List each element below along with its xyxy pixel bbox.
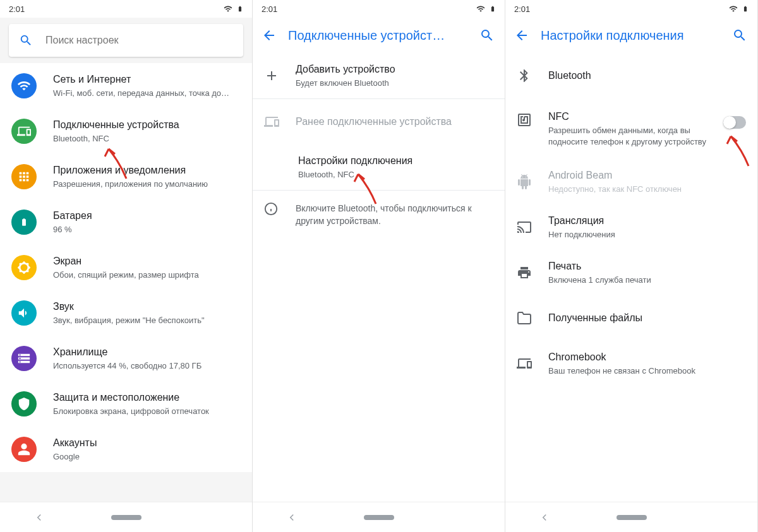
print-icon: [517, 265, 532, 280]
nav-back-icon[interactable]: [286, 512, 298, 523]
item-sub: Ваш телефон не связан с Chromebook: [548, 365, 746, 377]
item-printing[interactable]: Печать Включена 1 служба печати: [505, 250, 757, 295]
item-title: Chromebook: [548, 350, 746, 364]
item-sub: 96 %: [53, 224, 241, 235]
item-sound[interactable]: Звук Звук, вибрация, режим "Не беспокоит…: [0, 290, 252, 336]
search-button[interactable]: [727, 23, 752, 48]
security-icon: [11, 391, 37, 417]
item-previously-connected[interactable]: Ранее подключенные устройства: [253, 99, 505, 145]
item-title: Защита и местоположение: [53, 391, 241, 405]
item-connected-devices[interactable]: Подключенные устройства Bluetooth, NFC: [0, 109, 252, 154]
item-title: Хранилище: [53, 345, 241, 359]
item-title: Добавить устройство: [296, 62, 493, 76]
item-received-files[interactable]: Полученные файлы: [505, 295, 757, 341]
screen-connection-prefs: 2:01 Настройки подключения Bluetooth: [505, 0, 758, 532]
sound-icon: [11, 300, 37, 326]
account-icon: [11, 437, 37, 462]
nav-back-icon[interactable]: [33, 512, 45, 523]
item-security[interactable]: Защита и местоположение Блокировка экран…: [0, 381, 252, 427]
item-sub: Будет включен Bluetooth: [296, 78, 493, 89]
search-icon: [19, 33, 33, 47]
item-sub: Звук, вибрация, режим "Не беспокоить": [53, 315, 241, 326]
nav-bar: [505, 502, 757, 532]
item-title: Настройки подключения: [298, 154, 493, 168]
status-icons: [476, 4, 496, 14]
item-sub: Блокировка экрана, цифровой отпечаток: [53, 406, 241, 417]
item-sub: Bluetooth, NFC: [53, 133, 241, 145]
item-sub: Нет подключения: [548, 229, 746, 240]
search-settings[interactable]: Поиск настроек: [9, 24, 243, 57]
item-pair-device[interactable]: Добавить устройство Будет включен Blueto…: [253, 53, 505, 98]
item-title: Сеть и Интернет: [53, 73, 241, 86]
status-bar: 2:01: [0, 0, 252, 18]
item-title: Экран: [53, 254, 241, 268]
back-button[interactable]: [262, 28, 277, 43]
search-button[interactable]: [474, 23, 500, 48]
item-sub: Bluetooth, NFC: [298, 169, 493, 180]
nav-back-icon[interactable]: [539, 512, 550, 523]
bluetooth-icon: [517, 68, 532, 83]
apps-icon: [11, 164, 37, 189]
chromebook-icon: [517, 356, 532, 371]
status-time: 2:01: [9, 4, 223, 14]
item-android-beam: Android Beam Недоступно, так как NFC отк…: [505, 159, 757, 204]
item-title: Печать: [548, 259, 746, 273]
battery-icon: [742, 4, 749, 14]
nfc-icon: [517, 112, 532, 127]
wifi-icon: [476, 4, 486, 13]
nav-home-pill[interactable]: [617, 515, 647, 520]
item-storage[interactable]: Хранилище Используется 44 %, свободно 17…: [0, 336, 252, 381]
item-title: Bluetooth: [548, 69, 746, 83]
nav-bar: [0, 502, 252, 532]
item-apps[interactable]: Приложения и уведомления Разрешения, при…: [0, 154, 252, 199]
nav-home-pill[interactable]: [111, 515, 141, 520]
item-title: Аккаунты: [53, 436, 241, 450]
item-display[interactable]: Экран Обои, спящий режим, размер шрифта: [0, 245, 252, 290]
item-sub: Используется 44 %, свободно 17,80 ГБ: [53, 360, 241, 372]
battery-icon: [237, 4, 243, 14]
item-cast[interactable]: Трансляция Нет подключения: [505, 204, 757, 250]
devices-icon: [264, 114, 279, 129]
item-sub: Обои, спящий режим, размер шрифта: [53, 269, 241, 281]
page-title: Подключенные устройст…: [288, 28, 463, 43]
item-chromebook[interactable]: Chromebook Ваш телефон не связан с Chrom…: [505, 341, 757, 386]
item-accounts[interactable]: Аккаунты Google: [0, 427, 252, 472]
status-time: 2:01: [514, 4, 728, 14]
item-bluetooth[interactable]: Bluetooth: [505, 53, 757, 98]
app-bar: Настройки подключения: [505, 18, 757, 53]
nfc-toggle[interactable]: [723, 116, 746, 129]
search-placeholder: Поиск настроек: [45, 35, 119, 46]
info-icon: [264, 202, 279, 227]
back-button[interactable]: [514, 28, 529, 43]
info-text: Включите Bluetooth, чтобы подключиться к…: [296, 202, 493, 227]
storage-icon: [11, 346, 37, 371]
plus-icon: [264, 68, 279, 83]
android-icon: [517, 174, 532, 189]
item-title: Батарея: [53, 209, 241, 223]
item-battery[interactable]: Батарея 96 %: [0, 199, 252, 245]
status-bar: 2:01: [505, 0, 757, 18]
cast-icon: [517, 220, 532, 235]
item-title: Ранее подключенные устройства: [296, 115, 493, 129]
screen-settings-main: 2:01 Поиск настроек Сеть и Интернет Wi-F…: [0, 0, 253, 532]
item-sub: Wi-Fi, моб. сети, передача данных, точка…: [53, 88, 241, 99]
status-icons: [728, 4, 749, 14]
item-nfc[interactable]: NFC Разрешить обмен данными, когда вы по…: [505, 98, 757, 159]
item-title: Полученные файлы: [548, 311, 746, 325]
status-bar: 2:01: [253, 0, 505, 18]
display-icon: [11, 255, 37, 280]
item-title: NFC: [548, 110, 707, 124]
item-title: Приложения и уведомления: [53, 163, 241, 177]
item-sub: Включена 1 служба печати: [548, 275, 746, 286]
app-bar: Подключенные устройст…: [253, 18, 505, 53]
wifi-icon: [728, 4, 738, 13]
screen-connected-devices: 2:01 Подключенные устройст… Добавить уст…: [253, 0, 505, 532]
nav-home-pill[interactable]: [364, 515, 394, 520]
status-icons: [223, 4, 243, 14]
item-connection-prefs[interactable]: Настройки подключения Bluetooth, NFC: [253, 145, 505, 190]
item-network[interactable]: Сеть и Интернет Wi-Fi, моб. сети, переда…: [0, 63, 252, 109]
nav-bar: [253, 502, 505, 532]
devices-icon: [11, 119, 37, 144]
wifi-circle-icon: [11, 73, 37, 98]
battery-circle-icon: [11, 210, 37, 235]
